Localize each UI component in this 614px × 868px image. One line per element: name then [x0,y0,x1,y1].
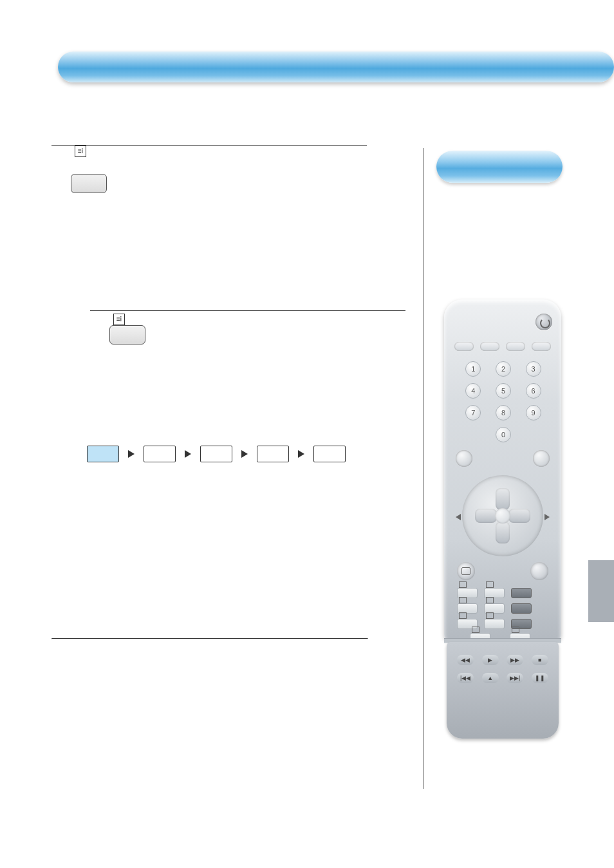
arrow-right-icon [241,450,248,458]
section-rule-2 [90,310,405,311]
page-cycle-sequence [87,446,346,462]
seq-box-1 [87,446,119,462]
fast-forward-button[interactable]: ▶▶ [507,655,523,665]
dpad-right[interactable] [508,509,530,523]
mode-button-2[interactable] [480,342,499,351]
key-8[interactable]: 8 [496,405,511,420]
dpad-left[interactable] [475,509,497,523]
key-9[interactable]: 9 [526,405,541,420]
numeric-keypad: 1 2 3 4 5 6 7 8 9 0 [458,359,548,445]
next-track-button[interactable]: ▶▶| [507,673,523,683]
channel-up-button[interactable] [533,450,550,467]
vertical-divider [423,148,424,789]
mode-button-row [454,342,551,351]
seq-box-2 [144,446,176,462]
teletext-index-button-2[interactable] [109,325,145,344]
side-pill [436,151,563,183]
rewind-button[interactable]: ◀◀ [457,655,474,665]
key-3[interactable]: 3 [526,361,541,377]
arrow-right-icon [185,450,191,458]
ei-icon: ≡i [75,146,86,157]
remote-control-illustration: 1 2 3 4 5 6 7 8 9 0 [444,299,561,750]
prev-track-button[interactable]: |◀◀ [457,673,474,683]
mode-button-1[interactable] [454,342,474,351]
channel-down-button[interactable] [456,450,472,467]
teletext-btn-f[interactable] [511,603,532,614]
page-header-bar [58,52,614,82]
key-1[interactable]: 1 [465,361,481,377]
triangle-right-icon [544,514,550,520]
menu-button[interactable] [530,562,548,580]
teletext-btn-h[interactable] [484,619,505,629]
key-0[interactable]: 0 [496,427,511,442]
dpad-down[interactable] [496,522,510,543]
seq-box-3 [200,446,232,462]
seq-box-5 [313,446,346,462]
stop-button[interactable]: ■ [532,655,548,665]
section-rule-3 [51,638,368,639]
power-button[interactable] [535,314,552,330]
triangle-left-icon [456,514,461,520]
eject-button[interactable]: ▲ [482,673,499,683]
direction-pad [462,475,543,556]
teletext-btn-c[interactable] [511,588,532,598]
key-5[interactable]: 5 [496,383,511,399]
arrow-right-icon [128,450,135,458]
play-button[interactable]: ▶ [482,655,499,665]
key-4[interactable]: 4 [465,383,481,399]
mute-button[interactable] [457,562,475,580]
key-6[interactable]: 6 [526,383,541,399]
key-2[interactable]: 2 [496,361,511,377]
transport-controls: ◀◀ ▶ ▶▶ ■ |◀◀ ▲ ▶▶| ❚❚ [453,655,552,683]
mode-button-4[interactable] [532,342,551,351]
seq-box-4 [257,446,289,462]
key-7[interactable]: 7 [465,405,481,420]
dpad-ok[interactable] [495,508,510,524]
ei-icon: ≡i [113,314,125,325]
pause-button[interactable]: ❚❚ [532,673,548,683]
side-tab [588,560,614,622]
teletext-index-button[interactable] [71,174,107,193]
arrow-right-icon [298,450,304,458]
dpad-up[interactable] [496,488,510,510]
mode-button-3[interactable] [506,342,525,351]
